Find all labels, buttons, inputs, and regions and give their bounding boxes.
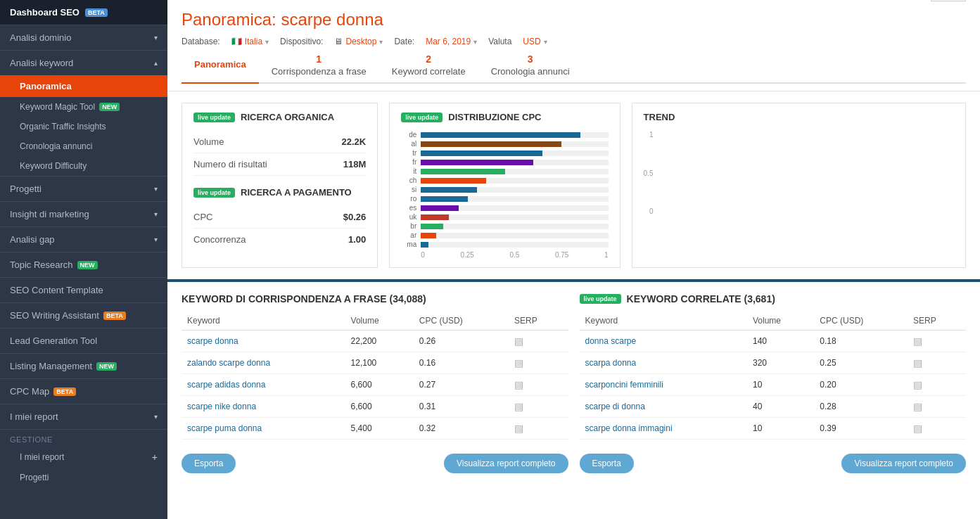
sidebar-section-progetti: Progetti ▾ [0, 177, 167, 202]
sidebar-item-gestione-report[interactable]: I miei report + [0, 447, 167, 468]
sidebar: Dashboard SEO BETA Analisi dominio ▾ Ana… [0, 0, 167, 519]
sidebar-item-lead-generation[interactable]: Lead Generation Tool [0, 328, 167, 353]
sidebar-item-progetti[interactable]: Progetti ▾ [0, 177, 167, 201]
sidebar-item-keyword-magic-tool[interactable]: Keyword Magic Tool NEW [0, 97, 167, 117]
serp-icon[interactable]: ▤ [514, 357, 523, 369]
serp-icon[interactable]: ▤ [913, 379, 922, 390]
chevron-up-icon: ▴ [154, 59, 158, 67]
table-row: scarponcini femminili 10 0.20 ▤ [580, 374, 967, 396]
col-keyword: Keyword [182, 312, 345, 331]
tab-keyword-correlate[interactable]: 2 Keyword correlate [379, 53, 478, 84]
sidebar-section-i-miei-report: I miei report ▾ [0, 404, 167, 430]
table-row: zalando scarpe donna 12,100 0.16 ▤ [182, 352, 568, 374]
new-badge: NEW [99, 103, 120, 111]
new-badge-2: NEW [77, 261, 98, 269]
tab-panoramica[interactable]: Panoramica [182, 53, 259, 84]
valuta-selector[interactable]: USD ▾ [523, 37, 547, 46]
table-row: scarpa donna 320 0.25 ▤ [580, 352, 967, 374]
italy-flag: 🇮🇹 [231, 37, 242, 46]
keyword-frase-table: Keyword Volume CPC (USD) SERP scarpe don… [182, 312, 568, 440]
serp-icon[interactable]: ▤ [514, 423, 523, 434]
col-volume-2: Volume [747, 312, 814, 331]
date-selector[interactable]: Mar 6, 2019 ▾ [426, 37, 477, 46]
sidebar-item-i-miei-report[interactable]: I miei report ▾ [0, 404, 167, 429]
cpc-bar-row: uk [401, 213, 608, 221]
main-content: PDF Panoramica: scarpe donna Database: 🇮… [167, 0, 980, 519]
keyword-tables-row: KEYWORD DI CORRISPONDENZA A FRASE (34,08… [182, 293, 966, 473]
cpc-bar-row: si [401, 186, 608, 193]
cpc-bar-row: tr [401, 149, 608, 157]
cpc-distribution-card: live update DISTRIBUZIONE CPC de al tr f… [389, 103, 620, 268]
cpc-bar-row: ar [401, 231, 608, 239]
chevron-icon-4: ▾ [544, 38, 547, 46]
col-serp-2: SERP [908, 312, 966, 331]
sidebar-item-organic-traffic[interactable]: Organic Traffic Insights [0, 117, 167, 136]
ricerca-organica-card: live update RICERCA ORGANICA Volume 22.2… [182, 103, 378, 268]
database-selector[interactable]: 🇮🇹 Italia ▾ [231, 37, 269, 46]
sidebar-section-insight: Insight di marketing ▾ [0, 202, 167, 227]
serp-icon[interactable]: ▤ [913, 423, 922, 434]
pdf-button[interactable]: PDF [931, 0, 966, 1]
col-cpc: CPC (USD) [414, 312, 509, 331]
sidebar-item-analisi-keyword[interactable]: Analisi keyword ▴ [0, 51, 167, 75]
cpc-bars: de al tr fr it ch si ro es uk br [401, 131, 608, 248]
serp-icon[interactable]: ▤ [913, 335, 922, 347]
beta-badge-2: BETA [103, 312, 126, 320]
serp-icon[interactable]: ▤ [514, 401, 523, 412]
dispositivo-label: Dispositivo: [280, 37, 323, 46]
section-divider [167, 279, 980, 282]
col-keyword-2: Keyword [580, 312, 747, 331]
sidebar-item-topic-research[interactable]: Topic Research NEW [0, 252, 167, 277]
main-header: PDF Panoramica: scarpe donna Database: 🇮… [167, 0, 980, 91]
sidebar-item-cpc-map[interactable]: CPC Map BETA [0, 379, 167, 404]
chevron-down-icon-4: ▾ [154, 236, 158, 243]
ricerca-pagamento-title: live update RICERCA A PAGAMENTO [193, 187, 366, 198]
volume-row: Volume 22.2K [193, 131, 366, 153]
sidebar-section-analisi-keyword: Analisi keyword ▴ Panoramica Keyword Mag… [0, 51, 167, 177]
cpc-bar-row: ma [401, 241, 608, 248]
sidebar-item-analisi-dominio[interactable]: Analisi dominio ▾ [0, 25, 167, 50]
toolbar: Database: 🇮🇹 Italia ▾ Dispositivo: 🖥 Des… [182, 37, 966, 46]
serp-icon[interactable]: ▤ [514, 335, 523, 347]
sidebar-item-keyword-difficulty[interactable]: Keyword Difficulty [0, 156, 167, 176]
sidebar-item-cronologia-annunci[interactable]: Cronologia annunci [0, 136, 167, 156]
serp-icon[interactable]: ▤ [913, 401, 922, 412]
sidebar-item-seo-content-template[interactable]: SEO Content Template [0, 278, 167, 302]
col-serp: SERP [509, 312, 568, 331]
content-area: live update RICERCA ORGANICA Volume 22.2… [167, 91, 980, 519]
sidebar-item-analisi-gap[interactable]: Analisi gap ▾ [0, 227, 167, 252]
ricerca-organica-title: live update RICERCA ORGANICA [193, 112, 366, 122]
tab-corrispondenza[interactable]: 1 Corrispondenza a frase [259, 53, 379, 84]
sidebar-section-cpc-map: CPC Map BETA [0, 379, 167, 404]
sidebar-item-gestione-progetti[interactable]: Progetti [0, 468, 167, 487]
gestione-label: GESTIONE [0, 430, 167, 447]
serp-icon[interactable]: ▤ [913, 357, 922, 369]
kf-export-button[interactable]: Esporta [182, 454, 236, 473]
tab-cronologia-annunci[interactable]: 3 Cronologia annunci [478, 53, 583, 84]
sidebar-section-lead-generation: Lead Generation Tool [0, 328, 167, 354]
serp-icon[interactable]: ▤ [514, 379, 523, 390]
kc-view-button[interactable]: Visualizza report completo [841, 454, 966, 473]
table-row: scarpe adidas donna 6,600 0.27 ▤ [182, 374, 568, 396]
live-badge-pagamento: live update [193, 188, 235, 198]
sidebar-header: Dashboard SEO BETA [0, 0, 167, 25]
kc-export-button[interactable]: Esporta [580, 454, 634, 473]
keyword-frase-title: KEYWORD DI CORRISPONDENZA A FRASE (34,08… [182, 293, 568, 305]
dispositivo-selector[interactable]: 🖥 Desktop ▾ [334, 37, 383, 46]
sidebar-item-listing-management[interactable]: Listing Management NEW [0, 354, 167, 378]
cpc-axis: 0 0.25 0.5 0.75 1 [401, 251, 608, 259]
kc-footer: Esporta Visualizza report completo [580, 445, 967, 473]
cpc-bar-row: al [401, 140, 608, 148]
table-row: scarpe nike donna 6,600 0.31 ▤ [182, 396, 568, 418]
chevron-icon-3: ▾ [473, 38, 477, 46]
sidebar-section-topic-research: Topic Research NEW [0, 252, 167, 278]
sidebar-section-analisi-gap: Analisi gap ▾ [0, 227, 167, 252]
table-row: scarpe donna immagini 10 0.39 ▤ [580, 418, 967, 440]
plus-icon[interactable]: + [152, 451, 158, 463]
sidebar-item-seo-writing-assistant[interactable]: SEO Writing Assistant BETA [0, 303, 167, 328]
kf-view-button[interactable]: Visualizza report completo [444, 454, 568, 473]
sidebar-item-panoramica[interactable]: Panoramica [0, 75, 167, 97]
keyword-correlate-section: live update KEYWORD CORRELATE (3,681) Ke… [580, 293, 967, 473]
sidebar-item-insight-marketing[interactable]: Insight di marketing ▾ [0, 202, 167, 226]
valuta-label: Valuta [488, 37, 511, 46]
